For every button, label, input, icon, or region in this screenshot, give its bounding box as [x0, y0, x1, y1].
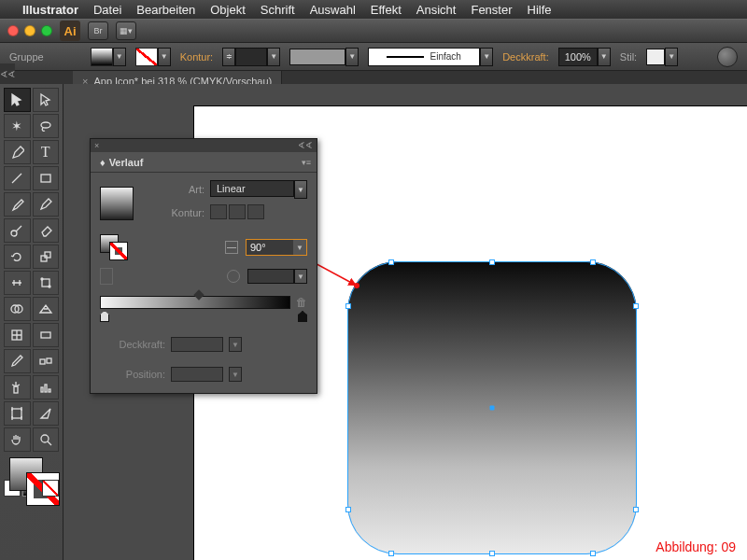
- brush-definition[interactable]: Einfach▼: [368, 48, 493, 66]
- tools-panel: ✶ T: [0, 84, 63, 560]
- menu-auswahl[interactable]: Auswahl: [310, 3, 356, 17]
- color-mode-none[interactable]: [42, 480, 59, 497]
- svg-rect-14: [47, 358, 51, 363]
- menu-hilfe[interactable]: Hilfe: [528, 3, 552, 17]
- mesh-tool[interactable]: [4, 323, 31, 347]
- svg-rect-4: [41, 256, 47, 261]
- blend-tool[interactable]: [33, 349, 60, 373]
- zoom-tool[interactable]: [33, 427, 60, 452]
- variable-width-profile[interactable]: ▼: [289, 48, 359, 66]
- menu-bearbeiten[interactable]: Bearbeiten: [136, 3, 195, 17]
- width-tool[interactable]: [4, 271, 31, 295]
- gradient-tool[interactable]: [33, 323, 60, 347]
- stroke-weight-dropdown[interactable]: ≑▼: [222, 48, 280, 66]
- angle-icon: [225, 241, 238, 254]
- blob-brush-tool[interactable]: [4, 218, 31, 243]
- gradient-ramp[interactable]: [100, 296, 290, 309]
- panel-close-icon[interactable]: ×: [94, 141, 99, 150]
- delete-stop-icon[interactable]: 🗑: [296, 296, 307, 309]
- selection-tool[interactable]: [4, 88, 31, 112]
- menu-effekt[interactable]: Effekt: [371, 3, 402, 17]
- opacity-label[interactable]: Deckkraft:: [502, 51, 549, 63]
- stop-opacity-field[interactable]: [171, 337, 223, 352]
- line-segment-tool[interactable]: [4, 166, 31, 190]
- stop-position-field[interactable]: [171, 367, 223, 382]
- svg-point-20: [41, 435, 49, 442]
- svg-rect-15: [14, 386, 18, 393]
- zoom-window-button[interactable]: [41, 25, 52, 36]
- scale-tool[interactable]: [33, 245, 60, 269]
- stroke-label[interactable]: Kontur:: [180, 51, 213, 63]
- menu-datei[interactable]: Datei: [93, 3, 121, 17]
- type-tool[interactable]: T: [33, 140, 60, 164]
- stroke-swatch[interactable]: ▼: [135, 48, 171, 66]
- eraser-tool[interactable]: [33, 218, 60, 243]
- stroke-within-icon[interactable]: [210, 204, 227, 219]
- menu-schrift[interactable]: Schrift: [261, 3, 295, 17]
- column-graph-tool[interactable]: [33, 375, 60, 399]
- app-logo-icon: Ai: [60, 21, 80, 41]
- paintbrush-tool[interactable]: [4, 192, 31, 217]
- selection-type-label: Gruppe: [9, 51, 44, 63]
- menu-ansicht[interactable]: Ansicht: [416, 3, 457, 17]
- minimize-window-button[interactable]: [24, 25, 35, 36]
- svg-rect-12: [41, 332, 50, 338]
- gradient-stop-white[interactable]: [100, 311, 109, 322]
- direct-selection-tool[interactable]: [33, 88, 60, 112]
- shape-builder-tool[interactable]: [4, 297, 31, 321]
- gradient-stop-black[interactable]: [298, 311, 307, 322]
- panel-drag-bar[interactable]: ×∢∢: [91, 139, 317, 152]
- free-transform-tool[interactable]: [33, 271, 60, 295]
- menu-fenster[interactable]: Fenster: [471, 3, 512, 17]
- svg-rect-6: [42, 279, 49, 287]
- rotate-tool[interactable]: [4, 245, 31, 269]
- aspect-link-icon[interactable]: [100, 268, 113, 285]
- pen-tool[interactable]: [4, 140, 31, 164]
- stop-position-label: Position:: [100, 369, 165, 380]
- panel-fill-stroke-mini[interactable]: [100, 234, 130, 260]
- gradient-panel-tab[interactable]: ♦ Verlauf: [91, 152, 152, 172]
- panel-collapse-toggle[interactable]: ∢∢: [0, 63, 15, 84]
- panel-stroke-label: Kontur:: [148, 207, 204, 218]
- bridge-button[interactable]: Br: [88, 21, 108, 40]
- svg-rect-17: [45, 385, 47, 392]
- style-label: Stil:: [620, 51, 637, 63]
- stop-opacity-label: Deckkraft:: [100, 339, 165, 350]
- document-setup-icon[interactable]: [717, 47, 738, 67]
- gradient-angle-field[interactable]: 90°▼: [246, 239, 307, 256]
- panel-menu-icon[interactable]: ▾≡: [302, 158, 317, 167]
- stroke-along-icon[interactable]: [229, 204, 246, 219]
- style-swatch[interactable]: ▼: [646, 48, 678, 66]
- fill-swatch[interactable]: ▼: [91, 48, 126, 66]
- gradient-preview-swatch[interactable]: [100, 187, 134, 220]
- menu-objekt[interactable]: Objekt: [210, 3, 246, 17]
- gradient-type-dropdown[interactable]: Linear▼: [210, 180, 307, 199]
- perspective-grid-tool[interactable]: [33, 297, 60, 321]
- hand-tool[interactable]: [4, 427, 31, 452]
- app-titlebar: Ai Br ▦▾: [0, 19, 747, 43]
- lasso-tool[interactable]: [33, 114, 60, 138]
- artboard-tool[interactable]: [4, 401, 31, 426]
- symbol-sprayer-tool[interactable]: [4, 375, 31, 399]
- close-window-button[interactable]: [7, 25, 19, 36]
- aspect-ratio-icon: [227, 270, 240, 283]
- eyedropper-tool[interactable]: [4, 349, 31, 373]
- arrange-documents-button[interactable]: ▦▾: [116, 21, 136, 40]
- rectangle-tool[interactable]: [33, 166, 60, 190]
- figure-caption: Abbildung: 09: [655, 539, 736, 554]
- gradient-panel[interactable]: ×∢∢ ♦ Verlauf ▾≡ Art: Linear▼ Kontur: 90…: [90, 138, 317, 394]
- svg-rect-16: [41, 387, 43, 392]
- system-menubar: Illustrator Datei Bearbeiten Objekt Schr…: [0, 0, 747, 19]
- svg-point-8: [49, 286, 50, 287]
- pencil-tool[interactable]: [33, 192, 60, 217]
- svg-rect-5: [45, 252, 50, 258]
- aspect-ratio-field[interactable]: ▼: [247, 269, 307, 284]
- menu-app-name[interactable]: Illustrator: [22, 3, 78, 17]
- stroke-across-icon[interactable]: [247, 204, 264, 219]
- opacity-field[interactable]: 100%▼: [558, 48, 611, 66]
- selection-outline: [347, 261, 637, 554]
- svg-point-7: [41, 278, 43, 280]
- slice-tool[interactable]: [33, 401, 60, 426]
- magic-wand-tool[interactable]: ✶: [4, 114, 31, 138]
- control-bar: Gruppe ▼ ▼ Kontur: ≑▼ ▼ Einfach▼ Deckkra…: [0, 43, 747, 71]
